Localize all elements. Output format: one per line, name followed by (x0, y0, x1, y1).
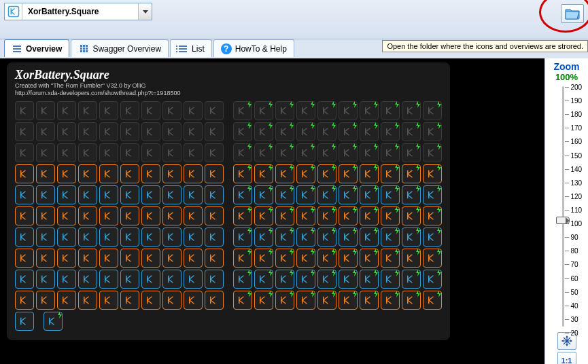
battery-icon-charging (402, 206, 421, 225)
icon-row (15, 291, 442, 310)
battery-icon-charging (317, 206, 336, 225)
battery-icon (184, 164, 203, 183)
battery-icon-charging (275, 143, 294, 162)
battery-icon-charging (317, 143, 336, 162)
zoom-tick: 110 (550, 206, 584, 214)
zoom-tick: 180 (550, 111, 584, 118)
tab-label: HowTo & Help (235, 44, 287, 54)
battery-icon (15, 312, 34, 331)
icon-row (15, 206, 442, 225)
battery-icon (120, 164, 139, 183)
zoom-title: Zoom (547, 61, 587, 72)
battery-icon (57, 164, 76, 183)
zoom-ratio-button[interactable]: 1:1 (557, 352, 576, 364)
project-dropdown[interactable]: XorBattery.Square (4, 3, 152, 20)
battery-icon (57, 206, 76, 225)
battery-icon-charging (423, 143, 442, 162)
battery-icon (78, 185, 97, 204)
battery-icon-charging (233, 101, 252, 120)
battery-icon-charging (233, 206, 252, 225)
battery-icon (162, 228, 181, 247)
zoom-tick: 40 (550, 302, 584, 310)
battery-icon-charging (339, 122, 358, 141)
battery-icon (162, 143, 181, 162)
battery-icon (205, 291, 224, 310)
zoom-tick: 140 (550, 166, 584, 173)
battery-icon-charging (233, 249, 252, 268)
open-folder-button[interactable] (561, 4, 584, 23)
battery-icon-charging (275, 270, 294, 289)
battery-icon (141, 185, 160, 204)
tab-label: Swagger Overview (92, 44, 161, 54)
battery-icon (162, 185, 181, 204)
slider-thumb[interactable] (556, 217, 570, 224)
zoom-tick: 150 (550, 152, 584, 160)
battery-icon-charging (339, 228, 358, 247)
battery-icon (15, 206, 34, 225)
battery-icon (15, 249, 34, 268)
folder-tooltip: Open the folder where the icons and over… (382, 40, 588, 52)
zoom-percent: 100% (547, 72, 587, 82)
header-toolbar: XorBattery.Square (0, 0, 588, 39)
battery-icon-charging (360, 101, 379, 120)
battery-icon (99, 143, 118, 162)
battery-icon-charging (360, 206, 379, 225)
battery-icon (141, 122, 160, 141)
lines-icon (12, 43, 22, 54)
battery-icon-charging (402, 291, 421, 310)
zoom-slider[interactable]: 2001901801701601501401301201101009080706… (550, 84, 584, 329)
battery-icon (205, 164, 224, 183)
battery-icon (99, 101, 118, 120)
dropdown-arrow-icon[interactable] (138, 3, 152, 20)
battery-icon (162, 122, 181, 141)
tab-list[interactable]: List (170, 39, 212, 57)
battery-icon-charging (317, 122, 336, 141)
battery-icon-charging (275, 206, 294, 225)
battery-icon (99, 249, 118, 268)
battery-icon (36, 185, 55, 204)
preview-subtitle: Created with "The Rom Fumbler" V32.0 by … (15, 82, 442, 97)
tab-swagger-overview[interactable]: Swagger Overview (71, 39, 169, 57)
battery-icon (36, 143, 55, 162)
battery-icon-charging (296, 228, 315, 247)
battery-icon-charging (296, 206, 315, 225)
project-dropdown-text: XorBattery.Square (22, 7, 138, 16)
battery-icon (57, 270, 76, 289)
battery-icon (15, 228, 34, 247)
battery-icon (141, 291, 160, 310)
battery-icon (99, 206, 118, 225)
battery-icon (36, 101, 55, 120)
battery-icon-charging (296, 101, 315, 120)
battery-icon-charging (254, 228, 273, 247)
battery-icon (141, 101, 160, 120)
battery-icon (36, 122, 55, 141)
icon-row (15, 164, 442, 183)
battery-icon-charging (254, 270, 273, 289)
battery-icon-charging (423, 164, 442, 183)
battery-icon (78, 164, 97, 183)
battery-icon (15, 291, 34, 310)
battery-icon (120, 270, 139, 289)
tab-howto-help[interactable]: ?HowTo & Help (213, 39, 294, 57)
battery-icon-charging (402, 101, 421, 120)
battery-icon-charging (275, 122, 294, 141)
battery-icon (78, 291, 97, 310)
battery-icon-charging (275, 101, 294, 120)
battery-icon-charging (402, 185, 421, 204)
battery-icon (15, 101, 34, 120)
battery-icon-charging (360, 122, 379, 141)
zoom-tick: 200 (550, 84, 584, 91)
tab-overview[interactable]: Overview (4, 39, 69, 57)
battery-icon-charging (275, 291, 294, 310)
zoom-tick: 120 (550, 193, 584, 200)
battery-icon (36, 206, 55, 225)
battery-icon-charging (296, 122, 315, 141)
battery-icon-charging (254, 185, 273, 204)
icon-row (15, 101, 442, 120)
zoom-tick: 20 (550, 329, 584, 337)
battery-icon (120, 122, 139, 141)
battery-icon-charging (423, 101, 442, 120)
preview-panel: XorBattery.Square Created with "The Rom … (0, 58, 544, 364)
battery-icon-charging (296, 185, 315, 204)
battery-icon-charging (254, 143, 273, 162)
